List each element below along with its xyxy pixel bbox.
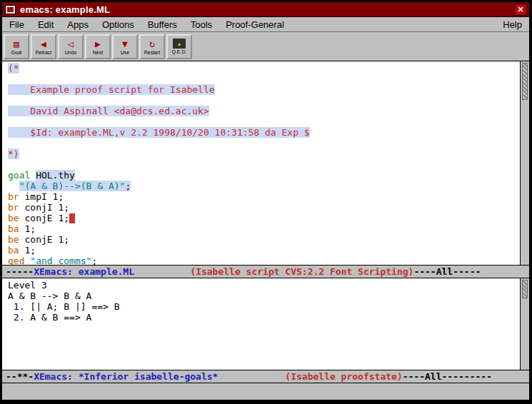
next-button-label: Next (93, 50, 103, 55)
code-segment (8, 74, 14, 84)
code-segment (8, 181, 19, 191)
goal-button[interactable]: ▤ Goal (4, 34, 29, 59)
window-title: emacs: example.ML (20, 4, 110, 15)
code-segment (8, 116, 14, 127)
undo-left-icon: ◁ (68, 38, 74, 49)
goal-button-label: Goal (11, 50, 22, 55)
code-segment: 1. [| A; B |] ==> B (8, 301, 120, 312)
code-line: qed "and_comms"; (8, 256, 520, 265)
code-segment: goal (8, 170, 30, 181)
code-line (8, 159, 520, 170)
qed-star-icon: ★ (173, 39, 186, 49)
xemacs-window: emacs: example.ML ✕ File Edit Apps Optio… (1, 1, 530, 400)
code-line: be conjE 1; (8, 234, 520, 245)
toolbar: ▤ Goal ◀ Retract ◁ Undo ▶ Next ▼ Use ↻ R… (2, 32, 529, 61)
menu-help[interactable]: Help (503, 19, 522, 30)
next-button[interactable]: ▶ Next (85, 34, 111, 59)
code-line: br impI 1; (8, 191, 520, 202)
goal-scroll-icon: ▤ (14, 38, 19, 49)
code-segment: Example proof script for Isabelle (8, 84, 215, 95)
script-buffer[interactable]: (* Example proof script for Isabelle Dav… (2, 61, 520, 265)
menu-tools[interactable]: Tools (191, 19, 212, 30)
code-line: 2. A & B ==> A (8, 312, 520, 323)
menu-file[interactable]: File (9, 19, 24, 30)
code-line: *) (8, 148, 520, 159)
modeline-spacer (218, 371, 285, 382)
modeline-dashes: ----- (6, 266, 34, 277)
code-line (8, 74, 520, 84)
modeline-spacer (134, 266, 190, 277)
menu-edit[interactable]: Edit (38, 19, 54, 30)
code-segment: br (8, 191, 19, 202)
window-menu-icon[interactable] (5, 5, 16, 14)
code-segment: "(A & B)-->(B & A)" (19, 181, 126, 191)
code-segment (8, 95, 14, 106)
restart-button[interactable]: ↻ Restart (139, 34, 165, 59)
titlebar[interactable]: emacs: example.ML ✕ (2, 2, 529, 17)
goals-scrollbar[interactable] (520, 278, 529, 370)
code-segment: conjE 1; (19, 234, 69, 245)
code-segment: be (8, 234, 19, 245)
code-line (8, 116, 520, 127)
code-segment: conjE 1; (19, 213, 69, 223)
code-line: ba 1; (8, 223, 520, 234)
undo-button[interactable]: ◁ Undo (58, 34, 84, 59)
code-segment (8, 138, 14, 148)
code-segment: $Id: example.ML,v 2.2 1998/10/20 10:31:5… (8, 127, 310, 138)
text-cursor (69, 213, 75, 223)
code-segment: qed (8, 256, 24, 265)
code-segment: (* (8, 63, 19, 74)
menu-options[interactable]: Options (102, 19, 134, 30)
goals-scrollbar-thumb[interactable] (522, 280, 528, 298)
code-segment (30, 170, 36, 181)
use-down-icon: ▼ (122, 38, 128, 49)
menu-proof-general[interactable]: Proof-General (226, 19, 284, 30)
modeline-buffer-name: XEmacs: example.ML (34, 266, 134, 277)
code-segment: *) (8, 148, 19, 159)
goals-buffer[interactable]: Level 3A & B --> B & A 1. [| A; B |] ==>… (2, 278, 520, 370)
code-segment: HOL.thy (36, 170, 75, 181)
code-line: (* (8, 63, 520, 74)
script-scrollbar-thumb[interactable] (522, 63, 528, 100)
code-segment: 1; (19, 223, 36, 234)
script-buffer-window: (* Example proof script for Isabelle Dav… (2, 61, 529, 265)
code-line: 1. [| A; B |] ==> B (8, 301, 520, 312)
undo-button-label: Undo (65, 50, 77, 55)
modeline-mode-status: (Isabelle script CVS:2.2 Font Scripting) (190, 266, 413, 277)
modeline-position: ----All----- (413, 266, 481, 277)
minibuffer[interactable] (2, 383, 529, 400)
code-line: be conjE 1; (8, 213, 520, 223)
code-segment: ba (8, 245, 19, 256)
code-segment: 1; (19, 245, 36, 256)
code-line: $Id: example.ML,v 2.2 1998/10/20 10:31:5… (8, 127, 520, 138)
goals-buffer-window: Level 3A & B --> B & A 1. [| A; B |] ==>… (2, 278, 529, 370)
modeline-position: ----All--------- (403, 371, 492, 382)
use-button[interactable]: ▼ Use (112, 34, 138, 59)
script-scrollbar[interactable] (520, 61, 529, 265)
code-line: ba 1; (8, 245, 520, 256)
code-segment: ba (8, 223, 19, 234)
qed-button[interactable]: ★ Q.E.D. (166, 34, 192, 59)
code-segment: ; (125, 181, 131, 191)
retract-button[interactable]: ◀ Retract (31, 34, 56, 59)
code-segment: A & B --> B & A (8, 291, 91, 301)
code-line: A & B --> B & A (8, 291, 520, 301)
code-segment: be (8, 213, 19, 223)
modeline-buffer-name: XEmacs: *Inferior isabelle-goals* (34, 371, 218, 382)
retract-left-icon: ◀ (41, 38, 46, 49)
code-line (8, 95, 520, 106)
code-line: goal HOL.thy (8, 170, 520, 181)
code-segment: "and_comms" (30, 256, 91, 265)
code-segment (8, 159, 14, 170)
menu-buffers[interactable]: Buffers (148, 19, 177, 30)
modeline-dashes: --**- (6, 371, 34, 382)
close-icon: ✕ (517, 6, 523, 14)
code-line: Level 3 (8, 280, 520, 291)
script-modeline: -----XEmacs: example.ML (Isabelle script… (2, 265, 529, 278)
close-button[interactable]: ✕ (514, 4, 527, 16)
menu-apps[interactable]: Apps (67, 19, 89, 30)
restart-cycle-icon: ↻ (149, 38, 155, 49)
code-segment: br (8, 202, 19, 213)
code-line: Example proof script for Isabelle (8, 84, 520, 95)
use-button-label: Use (121, 50, 129, 55)
